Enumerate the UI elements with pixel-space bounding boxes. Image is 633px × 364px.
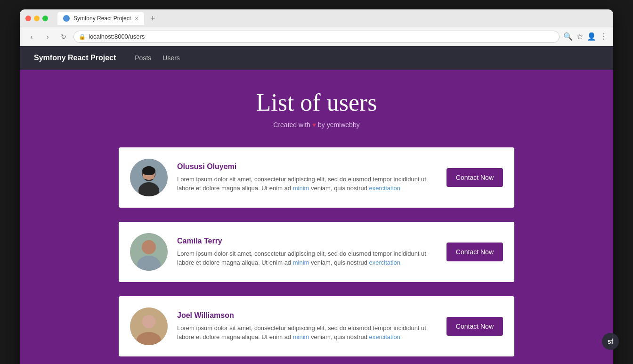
tab-globe-icon <box>63 15 70 22</box>
bookmark-icon[interactable]: ☆ <box>576 32 583 41</box>
page-subtitle: Created with ♥ by yemiwebby <box>29 121 604 129</box>
contact-button[interactable]: Contact Now <box>446 317 503 336</box>
nav-link-posts[interactable]: Posts <box>135 54 151 62</box>
main-content: List of users Created with ♥ by yemiwebb… <box>20 70 613 364</box>
user-bio: Lorem ipsum dolor sit amet, consectetur … <box>177 249 437 267</box>
avatar <box>130 307 168 345</box>
browser-toolbar: ‹ › ↻ 🔒 localhost:8000/users 🔍 ☆ 👤 ⋮ <box>20 27 613 46</box>
close-button[interactable] <box>25 16 31 21</box>
heart-icon: ♥ <box>312 121 318 129</box>
refresh-button[interactable]: ↻ <box>57 31 70 43</box>
contact-button[interactable]: Contact Now <box>446 168 503 187</box>
browser-titlebar: Symfony React Project × + <box>20 9 613 27</box>
avatar <box>130 233 168 271</box>
back-button[interactable]: ‹ <box>25 31 38 43</box>
minimize-button[interactable] <box>34 16 40 21</box>
maximize-button[interactable] <box>42 16 48 21</box>
user-info: Olususi Oluyemi Lorem ipsum dolor sit am… <box>177 162 437 193</box>
forward-button[interactable]: › <box>41 31 54 43</box>
browser-tabs: Symfony React Project × + <box>57 12 159 25</box>
page-header: List of users Created with ♥ by yemiwebb… <box>29 89 604 129</box>
subtitle-prefix: Created with <box>273 121 310 129</box>
bio-text: Lorem ipsum dolor sit amet, consectetur … <box>177 176 426 192</box>
browser-window: Symfony React Project × + ‹ › ↻ 🔒 localh… <box>20 9 613 364</box>
subtitle-suffix: by yemiwebby <box>318 121 360 129</box>
user-name: Camila Terry <box>177 237 437 245</box>
user-card: Joel Williamson Lorem ipsum dolor sit am… <box>119 296 514 356</box>
user-card: Camila Terry Lorem ipsum dolor sit amet,… <box>119 222 514 282</box>
traffic-lights <box>25 16 48 21</box>
lock-icon: 🔒 <box>79 33 86 40</box>
search-icon[interactable]: 🔍 <box>563 32 573 41</box>
toolbar-icons: 🔍 ☆ 👤 ⋮ <box>563 32 608 41</box>
page-content: Symfony React Project Posts Users List o… <box>20 46 613 364</box>
url-text: localhost:8000/users <box>89 33 145 40</box>
navbar-brand: Symfony React Project <box>34 54 116 62</box>
profile-icon[interactable]: 👤 <box>587 32 596 41</box>
user-card: Olususi Oluyemi Lorem ipsum dolor sit am… <box>119 147 514 208</box>
svg-point-10 <box>142 315 155 328</box>
svg-rect-5 <box>143 175 154 179</box>
navbar: Symfony React Project Posts Users <box>20 46 613 70</box>
avatar <box>130 159 168 196</box>
active-tab[interactable]: Symfony React Project × <box>57 12 144 25</box>
tab-close-icon[interactable]: × <box>135 15 138 22</box>
page-title: List of users <box>29 89 604 116</box>
users-container: Olususi Oluyemi Lorem ipsum dolor sit am… <box>119 147 514 356</box>
user-bio: Lorem ipsum dolor sit amet, consectetur … <box>177 324 437 342</box>
bio-text: Lorem ipsum dolor sit amet, consectetur … <box>177 324 426 341</box>
nav-link-users[interactable]: Users <box>162 54 180 62</box>
user-name: Joel Williamson <box>177 311 437 320</box>
address-bar[interactable]: 🔒 localhost:8000/users <box>73 31 560 43</box>
bio-text: Lorem ipsum dolor sit amet, consectetur … <box>177 250 426 267</box>
user-bio: Lorem ipsum dolor sit amet, consectetur … <box>177 175 437 193</box>
new-tab-button[interactable]: + <box>146 12 159 25</box>
tab-title: Symfony React Project <box>73 15 131 22</box>
contact-button[interactable]: Contact Now <box>446 243 503 261</box>
menu-icon[interactable]: ⋮ <box>600 32 608 41</box>
user-info: Joel Williamson Lorem ipsum dolor sit am… <box>177 311 437 342</box>
svg-point-4 <box>142 166 155 176</box>
svg-point-7 <box>142 240 156 254</box>
user-name: Olususi Oluyemi <box>177 162 437 171</box>
user-info: Camila Terry Lorem ipsum dolor sit amet,… <box>177 237 437 267</box>
symfony-badge: sf <box>602 333 619 350</box>
